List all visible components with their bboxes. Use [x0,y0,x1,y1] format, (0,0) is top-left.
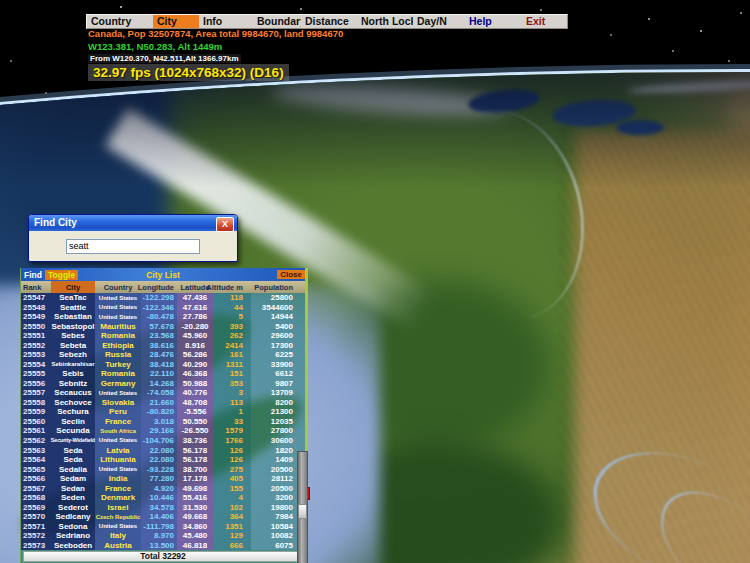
menu-item-exit[interactable]: Exit [516,15,567,28]
table-row[interactable]: 25548SeattleUnited States-122.34647.6164… [21,303,305,313]
table-row[interactable]: 25566SedamIndia77.28017.17840528112 [21,474,305,484]
cell-lat: 38.736 [177,436,213,446]
cell-pop: 9807 [251,379,305,389]
menu-item-boundary[interactable]: Boundary [253,15,301,28]
close-button[interactable]: Close [277,270,305,279]
app-window: Country City Info Boundary Distance Nort… [0,0,750,563]
find-city-titlebar[interactable]: Find City X [29,215,237,231]
cell-pop: 5400 [251,322,305,332]
cell-lat: 56.178 [177,455,213,465]
cell-lon: 14.406 [141,512,177,522]
cell-lon: 29.166 [141,426,177,436]
cell-country: Ethiopia [95,341,141,351]
table-row[interactable]: 25551SebesRomania23.56845.96026229600 [21,331,305,341]
column-header-longitude[interactable]: Longitude [141,281,177,293]
column-header-population[interactable]: Population [251,281,305,293]
cell-country: Mauritius [95,322,141,332]
cell-lon: -80.820 [141,407,177,417]
column-header-rank[interactable]: Rank [21,281,51,293]
table-row[interactable]: 25552SebetaEthiopia38.6168.916241417300 [21,341,305,351]
scrollbar-thumb[interactable] [298,504,307,519]
starfield [120,6,122,8]
cell-alt: 102 [213,502,251,512]
cell-city: Sedan [51,483,95,493]
table-row[interactable]: 25569SederotIsrael34.57831.53010219800 [21,502,305,512]
menu-item-day-night[interactable]: Day/N [413,15,457,28]
column-header-country[interactable]: Country [95,281,141,293]
cell-alt: 4 [213,493,251,503]
cell-lat: 45.480 [177,531,213,541]
cell-lon: 34.578 [141,502,177,512]
table-row[interactable]: 25558SechovceSlovakia21.66048.7081138200 [21,398,305,408]
cell-country: South Africa [95,426,141,436]
cell-country: France [95,417,141,427]
table-row[interactable]: 25557SecaucusUnited States-74.05840.7763… [21,388,305,398]
cell-lon: -122.346 [141,303,177,313]
cell-alt: 126 [213,455,251,465]
cell-alt: 275 [213,464,251,474]
camera-position-line: From W120.370, N42.511,Alt 1366.97km [88,54,241,63]
cell-lon: 77.280 [141,474,177,484]
cell-pop: 12035 [251,417,305,427]
cell-pop: 6225 [251,350,305,360]
cursor-coordinates-line: W123.381, N50.283, Alt 1449m [88,41,222,52]
menu-item-help[interactable]: Help [457,15,516,28]
cell-country: United States [95,303,141,313]
table-row[interactable]: 25568SedenDenmark10.44655.41643200 [21,493,305,503]
cell-lon: -93.228 [141,464,177,474]
table-row[interactable]: 25573SeebodenAustria13.50046.8186666075 [21,540,305,550]
toggle-button[interactable]: Toggle [45,270,78,280]
table-row[interactable]: 25556SebnitzGermany14.26850.9883539807 [21,379,305,389]
table-row[interactable]: 25560SeclinFrance3.01850.5503312035 [21,417,305,427]
cell-rank: 25561 [21,426,51,436]
cell-rank: 25558 [21,398,51,408]
column-header-city[interactable]: City [51,281,95,293]
cell-pop: 27800 [251,426,305,436]
cell-rank: 25564 [21,455,51,465]
table-row[interactable]: 25570SedlcanyCzech Republic14.40649.6683… [21,512,305,522]
table-row[interactable]: 25562Security-WidefieldUnited States-104… [21,436,305,446]
cell-lon: 4.920 [141,483,177,493]
cell-lon: 8.970 [141,531,177,541]
menu-item-info[interactable]: Info [199,15,253,28]
table-row[interactable]: 25559SechuraPeru-80.820-5.556121300 [21,407,305,417]
cell-rank: 25554 [21,360,51,370]
cell-pop: 3544600 [251,303,305,313]
cell-alt: 161 [213,350,251,360]
table-row[interactable]: 25553SebezhRussia28.47656.2861616225 [21,350,305,360]
cell-alt: 1 [213,407,251,417]
table-row[interactable]: 25549SebastianUnited States-80.47827.786… [21,312,305,322]
cell-rank: 25569 [21,502,51,512]
table-row[interactable]: 25550SebastopolMauritius57.678-20.280393… [21,322,305,332]
cell-alt: 1311 [213,360,251,370]
city-search-input[interactable]: seatt [66,239,200,254]
cell-lon: 3.018 [141,417,177,427]
cell-lon: 22.110 [141,369,177,379]
table-row[interactable]: 25564SedaLithuania22.08056.1781261409 [21,455,305,465]
scrollbar[interactable] [297,451,308,563]
table-row[interactable]: 25547SeaTacUnited States-122.29847.43611… [21,293,305,303]
cell-city: Security-Widefield [51,436,95,446]
menu-item-distance[interactable]: Distance [301,15,357,28]
city-list-titlebar[interactable]: Find Toggle City List Close [21,268,305,281]
close-icon[interactable]: X [216,217,234,232]
table-row[interactable]: 25571SedonaUnited States-111.79834.86013… [21,521,305,531]
table-row[interactable]: 25555SebisRomania22.11046.3681516612 [21,369,305,379]
table-row[interactable]: 25561SecundaSouth Africa29.166-26.550157… [21,426,305,436]
table-row[interactable]: 25563SedaLatvia22.08056.1781261820 [21,445,305,455]
cell-lat: 50.550 [177,417,213,427]
cell-country: India [95,474,141,484]
menu-item-country[interactable]: Country [87,15,153,28]
find-button[interactable]: Find [21,270,45,280]
table-row[interactable]: 25567SedanFrance4.92049.69815520500 [21,483,305,493]
cell-country: United States [95,312,141,322]
table-row[interactable]: 25565SedaliaUnited States-93.22838.70027… [21,464,305,474]
column-header-altitude[interactable]: Altitude m [213,281,251,293]
cell-pop: 30600 [251,436,305,446]
table-row[interactable]: 25572SedrianoItaly8.97045.48012910082 [21,531,305,541]
table-row[interactable]: 25554SebinkarahisarTurkey38.41840.290131… [21,360,305,370]
cell-alt: 405 [213,474,251,484]
cell-alt: 129 [213,531,251,541]
menu-item-north-lock[interactable]: North Lock [357,15,413,28]
menu-item-city[interactable]: City [153,15,199,28]
